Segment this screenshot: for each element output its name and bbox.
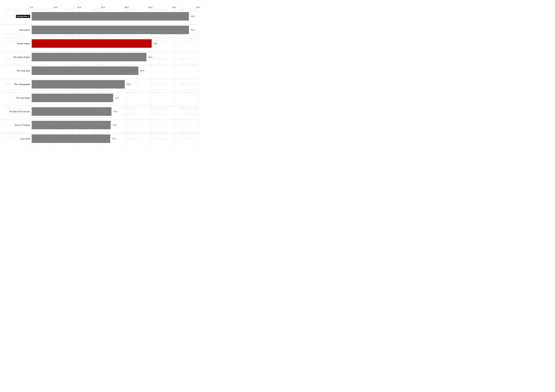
x-axis-tick: 70,0 xyxy=(196,6,200,8)
bar-fill: 33,3 xyxy=(32,121,111,129)
x-axis-tick: 50,0 xyxy=(148,6,152,8)
x-axis-tick: 60,0 xyxy=(172,6,176,8)
watermark-cell: NETFLIX&CHIFFRES xyxy=(0,74,29,99)
bar-row: The Adam Project48,3 xyxy=(32,53,198,61)
bar-value-label: 66,2 xyxy=(191,15,195,17)
bar-row: Purple Hearts50,5 xyxy=(32,39,198,48)
bar-fill: 66,2 xyxy=(32,12,189,21)
bars-area: Extraction 266,2Red Notice66,2Purple Hea… xyxy=(32,11,198,147)
bar-label: The Unforgivable xyxy=(0,83,30,86)
chart-area: 0,010,020,030,040,050,060,070,0 Extracti… xyxy=(32,6,198,147)
x-axis-tick: 30,0 xyxy=(101,6,105,8)
bar-fill: 39,2 xyxy=(32,80,125,89)
row-separator xyxy=(0,24,198,25)
x-axis-tick: 20,0 xyxy=(77,6,81,8)
row-separator xyxy=(0,38,198,38)
bar-row: The Gray Man44,9 xyxy=(32,66,198,75)
bar-label: The Adam Project xyxy=(0,56,30,58)
bar-row: Red Notice66,2 xyxy=(32,26,198,34)
bar-label: Red Notice xyxy=(0,29,30,31)
bar-value-label: 50,5 xyxy=(153,42,157,45)
bar-fill: 33,1 xyxy=(32,135,110,143)
row-separator xyxy=(0,79,198,79)
watermark-cell: NETFLIX&CHIFFRES xyxy=(0,25,29,50)
bar-label: The Gray Man xyxy=(0,70,30,72)
bar-row: The Man from Toronto33,6 xyxy=(32,107,198,116)
bar-row: The Unforgivable39,2 xyxy=(32,80,198,89)
bar-row: Love Hard33,1 xyxy=(32,135,198,143)
bar-label: The Man from Toronto xyxy=(0,110,30,113)
bar-label: Love Hard xyxy=(0,137,30,140)
chart-container: NETFLIX&CHIFFRESNETFLIX&CHIFFRESNETFLIX&… xyxy=(0,0,203,148)
bar-label: Purple Hearts xyxy=(0,42,30,45)
bar-row: The Sea Beast34,3 xyxy=(32,94,198,102)
bar-value-label: 66,2 xyxy=(191,29,195,31)
bar-label: Army of Thieves xyxy=(0,124,30,126)
x-axis-tick: 40,0 xyxy=(125,6,129,8)
watermark-cell: NETFLIX&CHIFFRES xyxy=(0,0,29,25)
bar-row: Extraction 266,2 xyxy=(32,12,198,21)
row-separator xyxy=(0,120,198,120)
bar-value-label: 34,3 xyxy=(115,97,119,99)
bar-value-label: 33,6 xyxy=(113,110,117,113)
bar-fill: 34,3 xyxy=(32,94,113,102)
bar-value-label: 48,3 xyxy=(148,56,152,58)
row-separator xyxy=(0,133,198,133)
row-separator xyxy=(0,65,198,65)
bar-fill: 33,6 xyxy=(32,107,111,116)
bar-label: Extraction 2 xyxy=(0,15,30,18)
watermark-cell: NETFLIX&CHIFFRES xyxy=(0,124,29,148)
bar-fill: 66,2 xyxy=(32,26,189,34)
bar-value-label: 39,2 xyxy=(127,83,131,86)
bar-fill: 48,3 xyxy=(32,53,146,61)
bar-value-label: 33,1 xyxy=(112,137,116,140)
bar-value-label: 33,3 xyxy=(113,124,117,126)
x-axis: 0,010,020,030,040,050,060,070,0 xyxy=(32,6,198,11)
bar-value-label: 44,9 xyxy=(140,70,144,72)
bar-fill: 50,5 xyxy=(32,39,152,48)
bar-row: Army of Thieves33,3 xyxy=(32,121,198,129)
x-axis-tick: 10,0 xyxy=(53,6,57,8)
bar-label: The Sea Beast xyxy=(0,97,30,99)
x-axis-tick: 0,0 xyxy=(30,6,33,8)
bar-fill: 44,9 xyxy=(32,66,138,75)
